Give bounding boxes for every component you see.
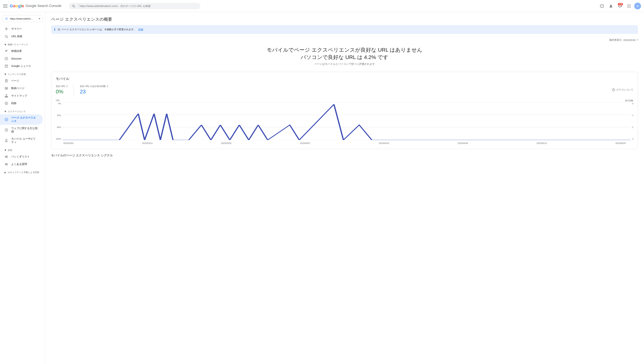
graph-link[interactable]: グラフについて	[612, 85, 633, 95]
search-input[interactable]	[77, 5, 198, 8]
chart-main	[62, 102, 631, 141]
breadcrumbs-icon	[4, 155, 8, 159]
chart-header-row: URL 表示回数	[56, 99, 633, 102]
person-icon	[609, 4, 613, 8]
impressions-value: 23	[80, 89, 108, 95]
hero-line1: モバイルでページ エクスペリエンスが良好な URL はありません	[51, 46, 638, 54]
topbar-actions: ? 119 U	[598, 2, 641, 10]
chart-y-right: 3 2 1 0	[631, 102, 633, 140]
home-icon	[4, 27, 8, 31]
sidebar-item-sitemap[interactable]: サイトマップ	[0, 92, 43, 100]
help-button[interactable]: ?	[598, 2, 606, 10]
app-logo: Google Google Search Console	[10, 4, 62, 9]
mobile-usability-label: モバイル ユーザビリティ	[11, 137, 38, 144]
video-pages-icon	[4, 87, 8, 90]
section-security[interactable]: ▸ セキュリティと手動による対策	[0, 168, 45, 175]
svg-text:?: ?	[601, 5, 603, 7]
sidebar-item-mobile-usability[interactable]: モバイル ユーザビリティ	[0, 135, 43, 146]
search-results-icon	[4, 49, 8, 53]
url-inspect-label: URL 検索	[11, 35, 22, 38]
metrics-row: 良好 URL ? 0% 良好 URL の合計表示回数 ? 23 グラフについて	[56, 85, 633, 95]
faq-icon	[4, 162, 8, 166]
menu-icon[interactable]	[3, 4, 8, 8]
chart-x-labels: 2023/03/02 2023/03/14 2023/03/26 2023/04…	[56, 141, 633, 144]
sidebar-item-faq[interactable]: よくある質問	[0, 160, 43, 168]
svg-line-17	[7, 37, 8, 38]
hero-line2: パソコンで良好な URL は 4.2% です	[51, 54, 638, 61]
page-experience-icon	[4, 118, 8, 121]
info-icon	[612, 88, 615, 91]
svg-marker-35	[6, 163, 7, 165]
chevron-icon: ▾	[4, 43, 6, 47]
sidebar-item-page-experience[interactable]: ページ エクスペリエンス	[0, 114, 43, 125]
svg-marker-32	[5, 156, 6, 158]
svg-point-4	[610, 5, 612, 6]
google-news-icon	[4, 64, 8, 68]
section-search-performance[interactable]: ▾ 検索パフォーマンス	[0, 40, 45, 47]
svg-point-6	[628, 4, 629, 5]
section-index[interactable]: ▾ インデックス作成	[0, 70, 45, 77]
impressions-help-icon[interactable]: ?	[106, 85, 108, 88]
svg-marker-22	[6, 88, 7, 89]
svg-point-10	[630, 6, 631, 7]
svg-point-31	[6, 141, 6, 142]
hero-subtitle: ページはモバイルとパソコンで別々に評価されます	[51, 62, 638, 66]
sidebar-item-search-results[interactable]: 検索結果	[0, 47, 43, 55]
svg-rect-26	[7, 97, 8, 97]
svg-point-7	[630, 4, 631, 5]
sidebar-item-discover[interactable]: Discover	[0, 55, 43, 62]
notifications-button[interactable]: 119	[616, 2, 624, 10]
account-button[interactable]	[607, 2, 615, 10]
sidebar-item-google-news[interactable]: Google ニュース	[0, 62, 43, 70]
metric-divider	[74, 85, 74, 95]
mobile-icon	[4, 139, 8, 142]
svg-marker-33	[6, 156, 7, 158]
good-url-help-icon[interactable]: ?	[66, 85, 68, 88]
search-bar[interactable]	[69, 3, 200, 9]
chevron-right-icon: ▸	[4, 170, 6, 174]
sidebar-item-summary[interactable]: サマリー	[0, 25, 43, 33]
good-url-value: 0%	[56, 89, 68, 95]
chevron-icon: ▾	[4, 109, 6, 114]
chart-svg	[62, 102, 631, 140]
pages-icon	[4, 79, 8, 83]
sidebar-item-web-vitals[interactable]: ウェブに関する主な指標	[0, 125, 43, 135]
apps-button[interactable]	[625, 2, 633, 10]
sitemap-label: サイトマップ	[11, 94, 27, 98]
section-label: 検索パフォーマンス	[8, 43, 28, 46]
video-pages-label: 動画ページ	[11, 87, 24, 90]
section-expansion[interactable]: ▾ 拡張	[0, 146, 45, 153]
svg-line-1	[74, 7, 75, 7]
info-banner-link[interactable]: 詳細	[138, 28, 143, 31]
last-updated: 最終更新日: 2023/05/30 ?	[51, 38, 638, 42]
sidebar-item-removal[interactable]: 削除	[0, 100, 43, 107]
url-selector[interactable]: https://www.switchi... ▾	[2, 15, 43, 22]
url-text: https://www.switchi...	[10, 17, 37, 20]
url-icon	[5, 17, 8, 21]
svg-point-12	[628, 7, 629, 8]
metric-impressions-label: 良好 URL の合計表示回数 ?	[80, 85, 108, 88]
sidebar-item-video-pages[interactable]: 動画ページ	[0, 85, 43, 92]
section-experience[interactable]: ▾ エクスペリエンス	[0, 107, 45, 114]
discover-icon	[4, 57, 8, 61]
last-updated-date: 2023/05/30	[623, 39, 636, 42]
svg-point-9	[628, 6, 629, 7]
chart-url-label: URL	[56, 99, 60, 102]
sidebar-item-pages[interactable]: ページ	[0, 77, 43, 85]
hero-title: モバイルでページ エクスペリエンスが良好な URL はありません パソコンで良好…	[51, 46, 638, 61]
sidebar-item-url-inspect[interactable]: URL 検索	[0, 33, 43, 40]
sidebar: https://www.switchi... ▾ サマリー URL 検索 ▾ 検…	[0, 12, 45, 364]
web-vitals-label: ウェブに関する主な指標	[11, 127, 38, 133]
summary-label: サマリー	[11, 27, 22, 31]
section-label: 拡張	[8, 149, 12, 152]
sidebar-item-breadcrumbs[interactable]: パンくずリスト	[0, 153, 43, 160]
page-title: ページ エクスペリエンスの概要	[51, 17, 638, 22]
help-icon: ?	[600, 4, 604, 8]
app-title: Google Search Console	[26, 4, 62, 8]
help-circle-icon[interactable]: ?	[637, 39, 638, 42]
url-inspect-icon	[4, 35, 8, 38]
card-title: モバイル	[56, 77, 633, 81]
avatar[interactable]: U	[634, 3, 641, 10]
svg-point-28	[5, 118, 8, 121]
notification-badge: 119	[618, 3, 623, 6]
